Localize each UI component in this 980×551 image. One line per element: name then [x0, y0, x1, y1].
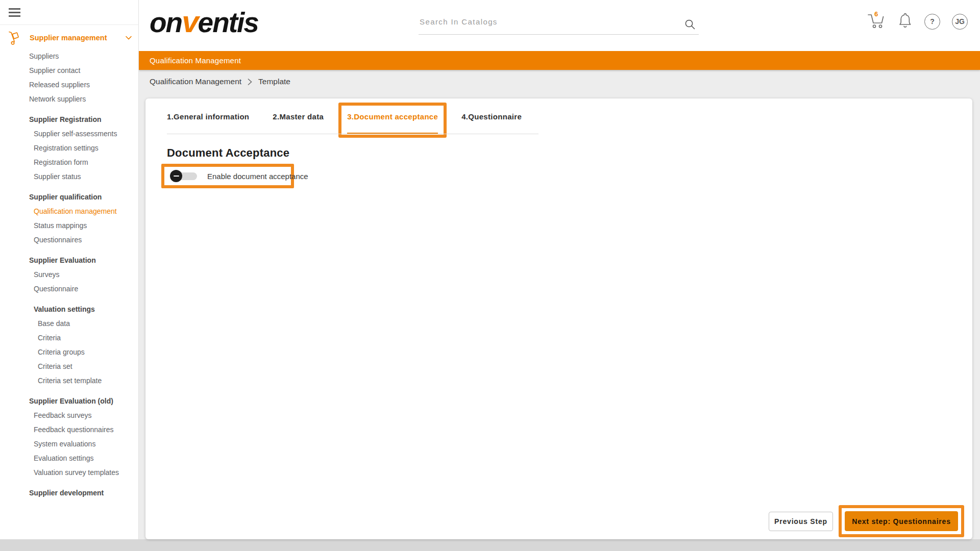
- tab-1-general-information[interactable]: 1.General information: [167, 98, 249, 134]
- sidebar-item-criteria-set-template[interactable]: Criteria set template: [0, 373, 138, 388]
- toggle-highlight-box: Enable document acceptance: [161, 164, 294, 188]
- sidebar-item-criteria[interactable]: Criteria: [0, 331, 138, 345]
- breadcrumb-qualification-management[interactable]: Qualification Management: [150, 77, 241, 86]
- tab-3-document-acceptance[interactable]: 3.Document acceptance: [347, 98, 438, 134]
- page: { "app": { "logo_part1": "on", "logo_acc…: [0, 0, 980, 551]
- sidebar-item-supplier-self-assessments[interactable]: Supplier self-assessments: [0, 127, 138, 141]
- search-input[interactable]: [420, 17, 675, 26]
- sidebar: Supplier management SuppliersSupplier co…: [0, 0, 139, 539]
- sidebar-item-criteria-set[interactable]: Criteria set: [0, 359, 138, 373]
- avatar-initials: JG: [955, 17, 965, 26]
- module-title-bar: Qualification Management: [139, 51, 980, 70]
- breadcrumb-template[interactable]: Template: [258, 77, 290, 86]
- sidebar-item-feedback-surveys[interactable]: Feedback surveys: [0, 408, 138, 422]
- toggle-label: Enable document acceptance: [207, 172, 308, 181]
- next-step-highlight-box: Next step: Questionnaires: [839, 505, 964, 537]
- template-card: 1.General information2.Master data3.Docu…: [145, 98, 972, 539]
- menu-icon[interactable]: [9, 8, 20, 17]
- panel-heading: Document Acceptance: [167, 146, 289, 160]
- enable-document-acceptance-toggle[interactable]: [170, 170, 199, 182]
- tabs-underline: [167, 134, 538, 134]
- sidebar-item-questionnaire[interactable]: Questionnaire: [0, 282, 138, 296]
- top-header: onventis 6: [139, 0, 980, 51]
- sidebar-item-suppliers[interactable]: Suppliers: [0, 49, 138, 63]
- tab-4-questionnaire[interactable]: 4.Questionnaire: [461, 98, 522, 134]
- chevron-right-icon: [248, 79, 252, 85]
- sidebar-item-valuation-settings: Valuation settings: [0, 302, 138, 316]
- sidebar-item-registration-form[interactable]: Registration form: [0, 155, 138, 169]
- sidebar-item-base-data[interactable]: Base data: [0, 316, 138, 331]
- notifications-button[interactable]: [897, 12, 913, 31]
- sidebar-item-supplier-status[interactable]: Supplier status: [0, 169, 138, 184]
- content-area: Qualification Management Template 1.Gene…: [139, 70, 980, 539]
- sidebar-item-questionnaires[interactable]: Questionnaires: [0, 233, 138, 247]
- sidebar-item-registration-settings[interactable]: Registration settings: [0, 141, 138, 155]
- search-icon[interactable]: [684, 19, 696, 30]
- sidebar-item-qualification-management[interactable]: Qualification management: [0, 204, 138, 218]
- sidebar-item-supplier-evaluation-old: Supplier Evaluation (old): [0, 394, 138, 408]
- toggle-knob: [170, 170, 182, 182]
- header-icons: 6 ? JG: [867, 12, 968, 31]
- sidebar-item-supplier-evaluation: Supplier Evaluation: [0, 253, 138, 267]
- sidebar-item-supplier-contact[interactable]: Supplier contact: [0, 63, 138, 78]
- sidebar-item-valuation-survey-templates[interactable]: Valuation survey templates: [0, 465, 138, 480]
- sidebar-item-supplier-development: Supplier development: [0, 486, 138, 500]
- sidebar-item-supplier-management[interactable]: Supplier management: [7, 30, 132, 46]
- sidebar-item-feedback-questionnaires[interactable]: Feedback questionnaires: [0, 422, 138, 437]
- sidebar-item-surveys[interactable]: Surveys: [0, 267, 138, 282]
- next-step-button[interactable]: Next step: Questionnaires: [845, 511, 958, 531]
- catalog-search: [419, 13, 699, 35]
- help-button[interactable]: ?: [924, 14, 940, 30]
- sidebar-item-network-suppliers[interactable]: Network suppliers: [0, 92, 138, 106]
- previous-step-button[interactable]: Previous Step: [769, 512, 833, 531]
- sidebar-divider: [0, 24, 138, 25]
- tabs: 1.General information2.Master data3.Docu…: [167, 98, 522, 134]
- cart-badge: 6: [874, 10, 878, 18]
- module-title: Qualification Management: [150, 56, 241, 65]
- sidebar-item-system-evaluations[interactable]: System evaluations: [0, 437, 138, 451]
- sidebar-nav: SuppliersSupplier contactReleased suppli…: [0, 49, 138, 500]
- sidebar-item-status-mappings[interactable]: Status mappings: [0, 218, 138, 233]
- breadcrumb: Qualification Management Template: [150, 77, 290, 86]
- sidebar-item-released-suppliers[interactable]: Released suppliers: [0, 78, 138, 92]
- sidebar-item-supplier-qualification: Supplier qualification: [0, 190, 138, 204]
- cart-button[interactable]: 6: [867, 12, 886, 31]
- sidebar-item-evaluation-settings[interactable]: Evaluation settings: [0, 451, 138, 465]
- bell-icon: [897, 12, 913, 29]
- question-mark-icon: ?: [930, 17, 935, 26]
- onventis-logo: onventis: [150, 4, 258, 39]
- user-avatar[interactable]: JG: [952, 14, 968, 30]
- chevron-down-icon: [126, 36, 132, 40]
- sidebar-item-criteria-groups[interactable]: Criteria groups: [0, 345, 138, 359]
- hand-truck-icon: [7, 30, 22, 45]
- tab-2-master-data[interactable]: 2.Master data: [273, 98, 324, 134]
- sidebar-item-supplier-registration: Supplier Registration: [0, 112, 138, 127]
- sidebar-item-label: Supplier management: [30, 34, 107, 42]
